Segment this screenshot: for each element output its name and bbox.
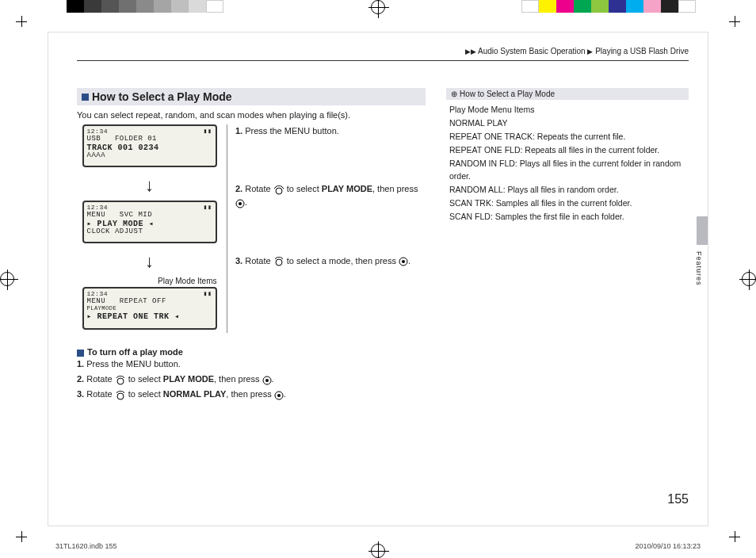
svg-point-0 xyxy=(276,188,282,194)
enter-icon xyxy=(399,254,408,268)
square-bullet-icon xyxy=(82,94,89,101)
arrow-icon: ▶▶ xyxy=(465,48,476,55)
registration-mark-icon xyxy=(371,0,385,14)
svg-point-3 xyxy=(276,259,282,266)
crop-mark-icon xyxy=(729,531,740,542)
registration-mark-icon xyxy=(742,272,756,286)
list-item: NORMAL PLAY xyxy=(449,117,685,130)
intro-text: You can select repeat, random, and scan … xyxy=(77,110,426,120)
step-1-text: Press the MENU button. xyxy=(245,126,339,136)
sidebar-heading: ⊕How to Select a Play Mode xyxy=(446,88,689,100)
knob-icon xyxy=(115,388,126,403)
section-tab-label: Features xyxy=(695,251,703,286)
sub-heading: To turn off a play mode xyxy=(77,347,426,357)
knob-icon xyxy=(273,183,284,197)
list-item: REPEAT ONE TRACK: Repeats the current fi… xyxy=(449,130,685,143)
list-item: RANDOM IN FLD: Plays all files in the cu… xyxy=(449,157,685,184)
enter-icon xyxy=(274,388,284,403)
list-item: RANDOM ALL: Plays all files in random or… xyxy=(449,183,685,197)
play-mode-items-label: Play Mode Items xyxy=(82,277,217,285)
sidebar-body: Play Mode Menu Items NORMAL PLAY REPEAT … xyxy=(446,103,689,223)
list-item: Play Mode Menu Items xyxy=(449,103,685,117)
lcd-screen-2: 12:34▮▮ MENU SVC MID ▸ PLAY MODE ◂ CLOCK… xyxy=(82,201,217,243)
page-number: 155 xyxy=(667,492,689,506)
diagram-column: 12:34▮▮ USB FOLDER 01 TRACK 001 0234 AAA… xyxy=(77,124,227,333)
square-bullet-icon xyxy=(77,350,84,357)
knob-icon xyxy=(273,254,284,268)
enter-icon xyxy=(235,197,245,210)
turn-off-steps: 1. Press the MENU button. 2. Rotate to s… xyxy=(77,357,426,403)
lcd-screen-3: 12:34▮▮ MENU REPEAT OFF PLAYMODE ▸ REPEA… xyxy=(82,287,217,330)
color-bar-left xyxy=(67,0,223,13)
crop-mark-icon xyxy=(16,16,27,27)
list-item: SCAN FLD: Samples the first file in each… xyxy=(449,210,685,224)
down-arrow-icon: ↓ xyxy=(145,251,154,272)
footer-right: 2010/09/10 16:13:23 xyxy=(635,542,701,550)
list-item: SCAN TRK: Samples all files in the curre… xyxy=(449,197,685,210)
enter-icon xyxy=(262,373,272,388)
svg-point-9 xyxy=(117,393,124,399)
breadcrumb-part: Audio System Basic Operation xyxy=(478,47,586,55)
svg-point-5 xyxy=(402,260,405,263)
crop-mark-icon xyxy=(729,16,740,27)
svg-point-8 xyxy=(265,379,269,382)
svg-point-11 xyxy=(277,394,281,397)
print-footer: 31TL1620.indb 155 2010/09/10 16:13:23 xyxy=(55,542,701,550)
breadcrumb-part: Playing a USB Flash Drive xyxy=(595,47,689,55)
down-arrow-icon: ↓ xyxy=(145,175,154,196)
registration-mark-icon xyxy=(0,272,14,286)
color-bar-right xyxy=(521,0,696,13)
crosshair-icon: ⊕ xyxy=(451,90,457,98)
section-tab xyxy=(697,216,708,245)
arrow-icon: ▶ xyxy=(587,48,593,55)
page-content: ▶▶ Audio System Basic Operation ▶ Playin… xyxy=(48,32,708,526)
breadcrumb: ▶▶ Audio System Basic Operation ▶ Playin… xyxy=(77,47,689,61)
section-title: How to Select a Play Mode xyxy=(77,88,426,105)
svg-point-6 xyxy=(117,378,124,384)
footer-left: 31TL1620.indb 155 xyxy=(55,542,117,550)
crop-mark-icon xyxy=(16,531,27,542)
list-item: REPEAT ONE FLD: Repeats all files in the… xyxy=(449,143,685,157)
step-instructions: 1. Press the MENU button. 2. Rotate to s… xyxy=(235,123,426,333)
svg-point-2 xyxy=(239,202,242,205)
section-title-text: How to Select a Play Mode xyxy=(92,90,232,103)
knob-icon xyxy=(115,373,126,388)
lcd-screen-1: 12:34▮▮ USB FOLDER 01 TRACK 001 0234 AAA… xyxy=(82,124,217,167)
